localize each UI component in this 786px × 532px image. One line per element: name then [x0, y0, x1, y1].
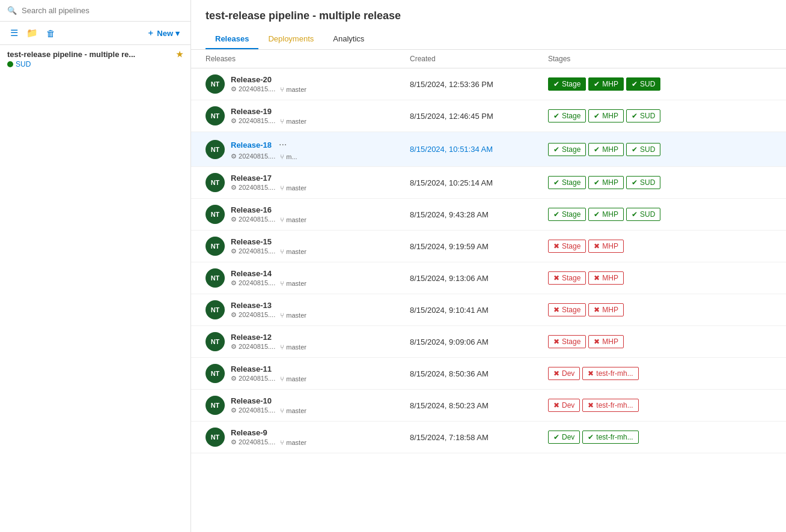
release-name: Release-17	[231, 174, 272, 183]
stage-badge[interactable]: ✔Stage	[548, 208, 586, 221]
release-info-cell: NTRelease-14⚙ 20240815....⑂ master	[206, 268, 410, 288]
release-name: Release-14	[231, 269, 272, 278]
stages-cell: ✔Stage✔MHP✔SUD	[548, 176, 772, 189]
new-pipeline-button[interactable]: ＋ New ▾	[143, 25, 183, 41]
stage-badge[interactable]: ✖MHP	[588, 271, 624, 285]
release-name: Release-13	[231, 301, 272, 310]
build-info: ⚙ 20240815....	[231, 117, 275, 125]
release-name-row: Release-17	[231, 174, 306, 183]
success-icon: ✔	[553, 210, 559, 219]
folder-button[interactable]: 📁	[23, 25, 41, 41]
stage-badge[interactable]: ✔MHP	[588, 143, 624, 156]
release-info-cell: NTRelease-18···⚙ 20240815....⑂ m...	[206, 138, 410, 160]
build-info: ⚙ 20240815....	[231, 279, 275, 287]
stage-badge[interactable]: ✖MHP	[588, 303, 624, 316]
failed-icon: ✖	[553, 274, 559, 282]
stages-cell: ✔Stage✔MHP✔SUD	[548, 109, 772, 122]
release-name-row: Release-13	[231, 301, 306, 310]
stage-badge[interactable]: ✔Stage	[548, 176, 586, 189]
stage-badge[interactable]: ✖Stage	[548, 335, 586, 348]
release-name-row: Release-19	[231, 107, 306, 116]
stage-badge[interactable]: ✔MHP	[588, 77, 624, 91]
release-name: Release-12	[231, 333, 272, 342]
release-details: Release-9⚙ 20240815....⑂ master	[231, 428, 306, 446]
stages-cell: ✔Stage✔MHP✔SUD	[548, 208, 772, 221]
stage-badge[interactable]: ✔Stage	[548, 77, 586, 91]
more-options-button[interactable]: ···	[275, 138, 290, 151]
stages-cell: ✔Stage✔MHP✔SUD	[548, 143, 772, 156]
build-info: ⚙ 20240815....	[231, 407, 275, 414]
release-name: Release-10	[231, 396, 272, 405]
release-info-cell: NTRelease-20⚙ 20240815....⑂ master	[206, 74, 410, 94]
star-icon[interactable]: ★	[176, 50, 183, 59]
stage-badge[interactable]: ✖Dev	[548, 399, 580, 412]
stage-label: Stage	[562, 306, 580, 314]
created-date: 8/15/2024, 7:18:58 AM	[410, 433, 548, 442]
branch-icon: ⑂	[280, 280, 284, 287]
stage-badge[interactable]: ✖Dev	[548, 367, 580, 380]
stage-badge[interactable]: ✔MHP	[588, 208, 624, 221]
release-info-cell: NTRelease-19⚙ 20240815....⑂ master	[206, 106, 410, 125]
stage-badge[interactable]: ✖Stage	[548, 303, 586, 316]
release-details: Release-20⚙ 20240815....⑂ master	[231, 75, 306, 93]
tab-deployments[interactable]: Deployments	[258, 29, 323, 49]
release-meta: ⚙ 20240815....⑂ master	[231, 117, 306, 125]
stage-label: MHP	[602, 274, 618, 282]
stage-badge[interactable]: ✖Stage	[548, 271, 586, 285]
stage-badge[interactable]: ✖MHP	[588, 240, 624, 253]
avatar: NT	[206, 396, 225, 415]
stage-badge[interactable]: ✔SUD	[626, 208, 660, 221]
stage-label: MHP	[602, 112, 618, 120]
branch-info: ⑂ master	[280, 216, 306, 223]
stage-label: MHP	[602, 210, 618, 219]
stage-badge[interactable]: ✔MHP	[588, 109, 624, 122]
stage-badge[interactable]: ✖test-fr-mh...	[582, 399, 638, 412]
stage-badge[interactable]: ✔test-fr-mh...	[582, 431, 638, 444]
release-name[interactable]: Release-18	[231, 141, 272, 150]
search-input[interactable]	[22, 6, 183, 15]
build-icon: ⚙	[231, 438, 237, 446]
tab-bar: Releases Deployments Analytics	[206, 29, 772, 49]
stage-badge[interactable]: ✔MHP	[588, 176, 624, 189]
release-info-cell: NTRelease-13⚙ 20240815....⑂ master	[206, 300, 410, 319]
status-dot-icon	[7, 61, 13, 67]
stage-label: test-fr-mh...	[596, 433, 633, 441]
build-info: ⚙ 20240815....	[231, 216, 275, 223]
stage-badge[interactable]: ✔Dev	[548, 431, 580, 444]
stage-badge[interactable]: ✔SUD	[626, 77, 660, 91]
list-icon: ☰	[10, 28, 18, 38]
avatar: NT	[206, 332, 225, 351]
stage-badge[interactable]: ✔SUD	[626, 109, 660, 122]
release-meta: ⚙ 20240815....⑂ master	[231, 216, 306, 223]
created-date: 8/15/2024, 9:19:59 AM	[410, 242, 548, 251]
stage-badge[interactable]: ✔Stage	[548, 109, 586, 122]
stage-badge[interactable]: ✔SUD	[626, 143, 660, 156]
list-view-button[interactable]: ☰	[7, 25, 21, 41]
success-icon: ✔	[632, 145, 638, 154]
stage-badge[interactable]: ✖MHP	[588, 335, 624, 348]
failed-icon: ✖	[594, 337, 600, 346]
release-info-cell: NTRelease-16⚙ 20240815....⑂ master	[206, 205, 410, 224]
table-row: NTRelease-15⚙ 20240815....⑂ master8/15/2…	[191, 231, 786, 262]
branch-info: ⑂ master	[280, 439, 306, 446]
release-name-row: Release-11	[231, 364, 306, 373]
release-info-cell: NTRelease-9⚙ 20240815....⑂ master	[206, 428, 410, 447]
branch-icon: ⑂	[280, 343, 284, 351]
stage-badge[interactable]: ✔SUD	[626, 176, 660, 189]
tab-releases[interactable]: Releases	[206, 29, 258, 49]
search-bar[interactable]: 🔍	[0, 0, 190, 22]
avatar: NT	[206, 74, 225, 94]
tab-analytics[interactable]: Analytics	[323, 29, 374, 49]
sidebar-pipeline-item[interactable]: test-release pipeline - multiple re... ★…	[0, 45, 190, 73]
stage-badge[interactable]: ✔Stage	[548, 143, 586, 156]
success-icon: ✔	[632, 178, 638, 187]
branch-info: ⑂ master	[280, 312, 306, 319]
release-meta: ⚙ 20240815....⑂ master	[231, 85, 306, 93]
release-details: Release-16⚙ 20240815....⑂ master	[231, 205, 306, 223]
stage-badge[interactable]: ✖Stage	[548, 240, 586, 253]
branch-icon: ⑂	[280, 375, 284, 382]
delete-button[interactable]: 🗑	[43, 26, 58, 41]
stage-badge[interactable]: ✖test-fr-mh...	[582, 367, 638, 380]
release-meta: ⚙ 20240815....⑂ master	[231, 407, 306, 414]
created-date: 8/15/2024, 10:25:14 AM	[410, 178, 548, 187]
